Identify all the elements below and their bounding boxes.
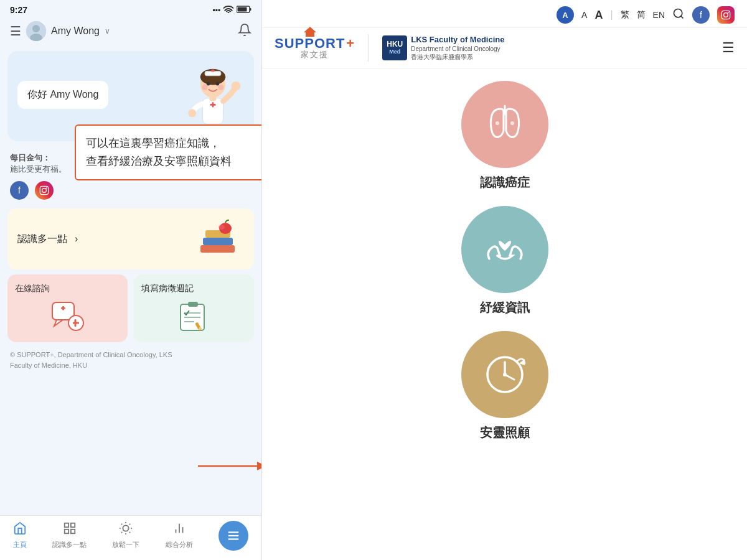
svg-rect-38 — [188, 302, 198, 307]
svg-point-71 — [510, 121, 514, 125]
svg-point-18 — [202, 85, 207, 90]
svg-rect-15 — [209, 96, 216, 101]
search-icon-button[interactable] — [672, 7, 685, 23]
font-small-button[interactable]: A — [581, 10, 587, 20]
nav-menu-button[interactable] — [218, 521, 248, 551]
palliative-label: 紓緩資訊 — [480, 299, 530, 316]
svg-point-63 — [674, 9, 682, 17]
svg-rect-47 — [64, 530, 68, 533]
social-icons: f — [0, 177, 261, 203]
hku-chinese-name: 香港大學臨床腫瘤學系 — [411, 53, 504, 61]
svg-marker-31 — [54, 320, 63, 326]
svg-rect-46 — [70, 530, 74, 533]
avatar — [26, 21, 46, 41]
support-logo: SUPPORT + 家文援 — [275, 35, 354, 60]
bell-icon[interactable] — [238, 23, 251, 40]
font-size-filled-button[interactable]: A — [557, 6, 574, 24]
bottom-nav: 主頁 認識多一點 放鬆一下 綜合分析 — [0, 515, 261, 560]
svg-line-51 — [121, 524, 122, 525]
svg-point-22 — [46, 187, 47, 189]
footer-copyright: © SUPPORT+, Department of Clinical Oncol… — [0, 347, 261, 375]
time-display: 9:27 — [10, 5, 27, 15]
learn-more-label: 認識多一點 — [17, 233, 67, 246]
hku-department: Department of Clinical Oncology — [411, 45, 504, 53]
svg-rect-14 — [212, 102, 214, 107]
symptom-icon — [176, 299, 213, 334]
lang-trad-button[interactable]: 繁 — [621, 9, 629, 21]
svg-point-75 — [503, 373, 507, 376]
svg-line-56 — [129, 524, 130, 525]
chevron-down-icon[interactable]: ∨ — [105, 27, 110, 35]
greeting-bubble: 你好 Amy Wong — [17, 81, 108, 109]
svg-rect-33 — [62, 306, 64, 310]
logo-area: SUPPORT + 家文援 HKU Med LKS Faculty of Med… — [275, 34, 504, 62]
books-icon — [194, 217, 244, 261]
consultation-icon — [49, 299, 87, 334]
tooltip-line2: 查看紓緩治療及安寧照顧資料 — [86, 152, 261, 170]
palliative-category[interactable]: 紓緩資訊 — [287, 206, 722, 316]
font-large-button[interactable]: A — [594, 9, 603, 22]
hku-text: LKS Faculty of Medicine Department of Cl… — [411, 35, 504, 61]
svg-marker-29 — [257, 462, 261, 470]
cancer-category[interactable]: 認識癌症 — [287, 81, 722, 191]
svg-rect-20 — [40, 186, 48, 194]
svg-rect-11 — [211, 70, 215, 72]
signal-icon: ▪▪▪ — [212, 6, 220, 14]
consultation-card[interactable]: 在線諮詢 — [7, 274, 128, 342]
svg-point-66 — [724, 13, 728, 17]
consultation-title: 在線諮詢 — [15, 283, 50, 294]
top-nav: ☰ Amy Wong ∨ — [0, 17, 261, 46]
hku-emblem: HKU Med — [382, 35, 407, 60]
status-bar: 9:27 ▪▪▪ — [0, 0, 261, 17]
symptom-title: 填寫病徵週記 — [141, 283, 194, 294]
svg-point-8 — [207, 82, 210, 86]
svg-line-55 — [121, 532, 122, 533]
svg-rect-2 — [238, 7, 247, 11]
svg-point-67 — [728, 12, 729, 13]
right-content: 認識癌症 紓緩資訊 — [262, 68, 747, 560]
nav-analysis[interactable]: 綜合分析 — [166, 521, 193, 549]
right-panel: A A A | 繁 简 EN f — [262, 0, 747, 560]
analysis-icon — [172, 521, 186, 538]
arrow-overlay — [198, 459, 261, 476]
svg-rect-45 — [70, 523, 74, 527]
hamburger-icon[interactable]: ☰ — [10, 24, 21, 39]
hku-faculty: LKS Faculty of Medicine — [411, 35, 504, 45]
nav-relax[interactable]: 放鬆一下 — [112, 521, 139, 549]
svg-point-21 — [42, 189, 47, 193]
lang-simp-button[interactable]: 简 — [637, 9, 646, 21]
svg-point-27 — [218, 225, 225, 230]
learn-more-card[interactable]: 認識多一點 › — [7, 208, 254, 269]
nav-analysis-label: 綜合分析 — [166, 540, 193, 549]
facebook-icon-button[interactable]: f — [692, 6, 710, 24]
lang-en-button[interactable]: EN — [653, 10, 665, 20]
svg-point-4 — [32, 25, 40, 32]
svg-rect-12 — [202, 98, 223, 124]
tooltip-line1: 可以在這裏學習癌症知識， — [86, 134, 261, 152]
instagram-button[interactable] — [35, 181, 54, 200]
learn-more-arrow-icon: › — [75, 233, 78, 245]
spiritual-circle — [461, 331, 548, 418]
facebook-button[interactable]: f — [10, 181, 29, 200]
svg-rect-65 — [721, 11, 730, 19]
nav-left: ☰ Amy Wong ∨ — [10, 21, 110, 41]
instagram-icon-button[interactable] — [717, 6, 735, 24]
symptom-card[interactable]: 填寫病徵週記 — [134, 274, 254, 342]
svg-rect-1 — [250, 8, 251, 11]
svg-point-9 — [216, 82, 220, 86]
svg-point-17 — [188, 109, 196, 117]
svg-rect-36 — [74, 319, 76, 327]
nav-home[interactable]: 主頁 — [13, 521, 27, 549]
nav-home-label: 主頁 — [13, 540, 27, 549]
user-name: Amy Wong — [51, 26, 100, 37]
svg-marker-68 — [304, 27, 316, 37]
spiritual-category[interactable]: 安靈照顧 — [287, 331, 722, 441]
nav-learn[interactable]: 認識多一點 — [52, 521, 87, 549]
svg-point-16 — [232, 82, 241, 91]
hamburger-right-icon[interactable]: ☰ — [722, 40, 735, 56]
left-panel: 9:27 ▪▪▪ ☰ Amy Wong ∨ 你好 Amy Wong — [0, 0, 261, 560]
svg-rect-24 — [203, 238, 233, 245]
hku-med-logo: HKU Med LKS Faculty of Medicine Departme… — [382, 35, 504, 61]
svg-point-48 — [123, 525, 129, 531]
cancer-circle — [461, 81, 548, 168]
